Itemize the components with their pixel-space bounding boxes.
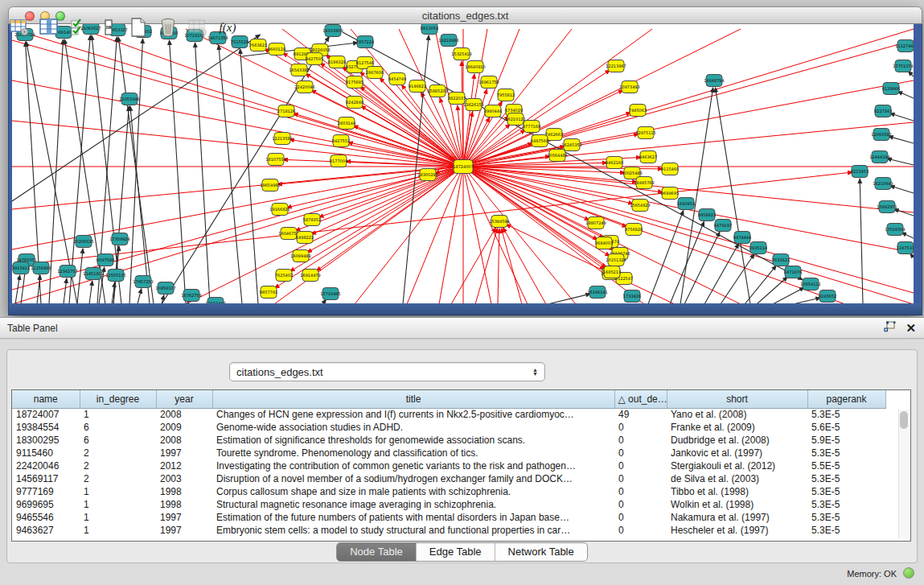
graph-node[interactable]: 9462160 [606,157,623,169]
graph-node[interactable]: 8427552 [332,135,350,147]
graph-node[interactable]: 10151324 [606,254,626,266]
graph-node[interactable]: 12444194 [869,151,889,163]
graph-node[interactable]: 18300295 [417,169,437,181]
table-cell[interactable]: 0 [614,511,667,524]
graph-node[interactable]: 2803144 [338,117,355,130]
table-cell[interactable]: 2008 [156,408,212,421]
table-cell[interactable]: 1998 [156,485,212,498]
new-file-button[interactable] [127,17,150,38]
graph-node[interactable]: 9427505 [306,53,323,65]
graph-node[interactable]: 15325419 [451,48,471,60]
graph-node[interactable]: 9245652 [819,290,836,303]
table-cell[interactable]: 19384554 [12,421,80,434]
table-cell[interactable]: 9463627 [12,524,80,537]
table-cell[interactable]: Investigating the contribution of common… [212,459,614,472]
graph-node[interactable]: 17359924 [109,233,129,245]
graph-node[interactable]: 22420046 [294,81,314,93]
graph-node[interactable]: 12342757 [57,266,77,278]
graph-node[interactable]: 1640954 [677,198,695,210]
table-cell[interactable]: 0 [614,485,667,498]
graph-node[interactable]: 9146821 [409,80,426,93]
table-cell[interactable]: 5.5E-5 [807,459,885,472]
table-cell[interactable]: Dudbridge et al. (2008) [667,434,807,447]
graph-node[interactable]: 16782759 [181,290,201,302]
table-cell[interactable]: 2 [80,472,156,485]
scrollbar-thumb[interactable] [900,411,908,429]
table-cell[interactable]: Estimation of significance thresholds fo… [212,434,614,447]
show-column-button[interactable] [38,17,60,38]
graph-node[interactable]: 1733426 [623,290,641,303]
table-cell[interactable]: 0 [614,447,667,459]
table-cell[interactable]: 1 [80,485,156,498]
column-header-in_degree[interactable]: in_degree [80,390,156,408]
graph-node[interactable]: 1167533 [897,242,914,254]
graph-node[interactable]: 9242848 [346,97,363,109]
column-header-pagerank[interactable]: pagerank [807,390,885,408]
table-cell[interactable]: Hescheler et al. (1997) [667,524,807,537]
table-row[interactable]: 946554611997Estimation of the future num… [12,511,885,524]
table-cell[interactable]: 0 [614,472,667,485]
graph-node[interactable]: 9227343 [874,105,892,117]
table-scrollbar[interactable] [898,410,909,538]
graph-node[interactable]: 2867608 [366,67,384,79]
graph-node[interactable]: 8471676 [784,266,802,278]
table-cell[interactable]: 1 [80,511,156,524]
graph-node[interactable]: 20564486 [547,150,567,162]
graph-node[interactable]: 19654985 [260,179,280,192]
select-columns-button[interactable] [68,17,90,38]
graph-node[interactable]: 9660128 [268,43,285,56]
table-cell[interactable]: 0 [614,434,667,447]
tab-node-table[interactable]: Node Table [337,543,417,561]
table-cell[interactable]: 2008 [156,434,212,447]
table-row[interactable]: 1830029562008Estimation of significance … [12,434,885,447]
table-row[interactable]: 2242004622012Investigating the contribut… [12,459,885,472]
graph-node[interactable]: 10958107 [155,282,175,295]
graph-node[interactable]: 10973493 [619,81,639,93]
table-cell[interactable]: Franke et al. (2009) [667,421,807,434]
table-cell[interactable]: 0 [614,421,667,434]
table-cell[interactable]: de Silva et al. (2003) [667,472,807,485]
graph-node[interactable]: 18495768 [634,177,654,189]
table-cell[interactable]: 1997 [156,511,212,524]
table-cell[interactable]: 5.3E-5 [807,511,885,524]
column-header-title[interactable]: title [212,390,614,408]
table-cell[interactable]: 2 [80,447,156,459]
graph-node[interactable]: 16245353 [561,139,581,151]
graph-node[interactable]: 2718126 [277,105,295,117]
graph-node[interactable]: 9175685 [346,76,363,89]
graph-node[interactable]: 16543382 [289,64,309,76]
graph-node[interactable]: 9756928 [625,224,643,236]
graph-node[interactable]: 7625402 [275,270,293,282]
graph-node[interactable]: 15384594 [489,216,509,228]
table-cell[interactable]: Tourette syndrome. Phenomenology and cla… [212,447,614,459]
table-cell[interactable]: 14569117 [12,472,80,485]
table-cell[interactable]: Tibbo et al. (1998) [667,485,807,498]
table-cell[interactable]: Stergiakouli et al. (2012) [667,459,807,472]
table-row[interactable]: 1456911722003Disruption of a novel membe… [12,472,885,485]
table-settings-button[interactable] [8,17,31,38]
graph-node[interactable]: 12213967 [606,60,626,72]
graph-node[interactable]: 18724007 [453,160,473,174]
function-builder-button[interactable]: f(x) [216,17,239,38]
graph-node[interactable]: 11451911 [83,268,103,280]
table-cell[interactable]: Genome-wide association studies in ADHD. [212,421,614,434]
table-cell[interactable]: 5.3E-5 [807,498,885,511]
table-cell[interactable]: 5.3E-5 [807,524,885,537]
graph-node[interactable]: 15751074 [893,60,913,72]
graph-node[interactable]: 5878352 [303,214,321,226]
table-cell[interactable]: 18300295 [12,434,80,447]
graph-node[interactable]: 15885203 [427,85,447,97]
graph-node[interactable]: 9474444 [733,232,751,244]
table-cell[interactable]: Yano et al. (2008) [667,408,807,421]
table-cell[interactable]: 18724007 [12,408,80,421]
graph-node[interactable]: 11156869 [31,262,51,274]
table-cell[interactable]: Embryonic stem cells: a model to study s… [212,524,614,537]
table-cell[interactable]: 6 [80,421,156,434]
table-cell[interactable]: 49 [614,408,667,421]
graph-node[interactable]: 13626153 [463,99,483,111]
table-cell[interactable]: Corpus callosum shape and size in male p… [212,485,614,498]
table-cell[interactable]: 2003 [156,472,212,485]
table-cell[interactable]: 0 [614,459,667,472]
graph-node[interactable]: 16196141 [587,286,607,299]
network-view[interactable]: 1872400776638229660128891295416543382224… [12,24,914,304]
